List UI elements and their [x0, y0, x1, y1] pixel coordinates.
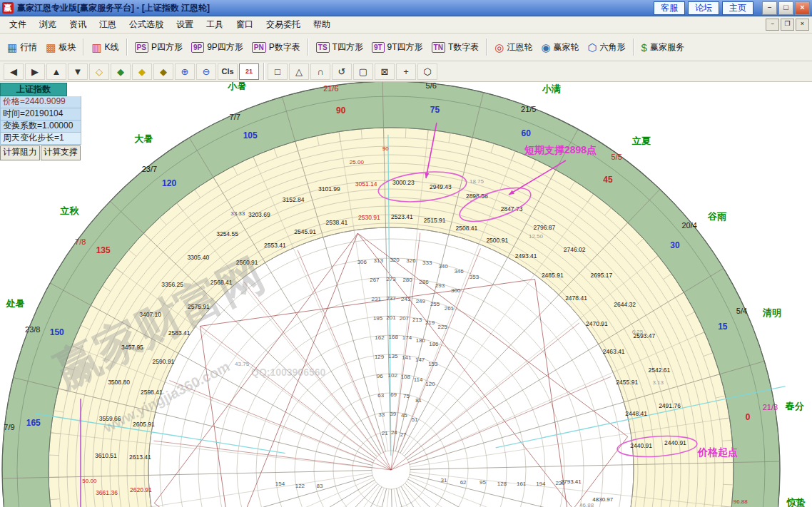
menu-设置[interactable]: 设置 [170, 16, 200, 33]
svg-text:128: 128 [497, 481, 507, 487]
draw-rotate-tool-button[interactable]: ↺ [332, 63, 352, 80]
draw-diamond-yellow-button[interactable]: ◇ [89, 63, 109, 80]
svg-text:0: 0 [746, 412, 751, 422]
svg-text:2530.91: 2530.91 [358, 214, 380, 221]
svg-text:3051.14: 3051.14 [355, 180, 377, 188]
draw-arc-tool-button[interactable]: ∩ [310, 63, 330, 80]
draw-delete-tool-button[interactable]: ⊠ [375, 63, 395, 80]
menu-浏览[interactable]: 浏览 [33, 16, 63, 33]
draw-zoom-in-button[interactable]: ⊕ [175, 63, 195, 80]
svg-text:195: 195 [373, 315, 383, 322]
p-square-label: P四方形 [151, 41, 183, 53]
svg-text:273: 273 [386, 276, 396, 282]
draw-diamond-green-button[interactable]: ◆ [111, 63, 131, 80]
svg-text:90: 90 [336, 106, 346, 116]
toolbar-p-square-button[interactable]: PSP四方形 [131, 39, 187, 56]
toolbar-t-number-table-button[interactable]: TNT数字表 [427, 39, 484, 56]
menu-江恩[interactable]: 江恩 [93, 16, 123, 33]
toolbar-separator [633, 39, 634, 56]
svg-text:31: 31 [441, 477, 447, 483]
toolbar-quotes-button[interactable]: ▦行情 [3, 39, 41, 56]
svg-text:313: 313 [373, 257, 383, 264]
draw-diamond-dark-button[interactable]: ◆ [153, 63, 173, 80]
draw-rect-tool-button[interactable]: □ [268, 63, 288, 80]
svg-text:300: 300 [451, 287, 461, 294]
toolbar-hexagon-button[interactable]: ⬡六角形 [583, 39, 629, 56]
svg-text:7/7: 7/7 [230, 113, 240, 121]
window-title: 赢家江恩专业版[赢家服务平台] - [上证指数 江恩轮] [17, 2, 210, 14]
gann-wheel-label: 江恩轮 [507, 41, 532, 53]
draw-diamond-gold-button[interactable]: ◆ [132, 63, 152, 80]
toolbar-p-number-table-button[interactable]: PNP数字表 [248, 39, 305, 56]
svg-text:186: 186 [429, 341, 439, 347]
toolbar-t-square-button[interactable]: TST四方形 [312, 39, 367, 56]
draw-triangle-tool-button[interactable]: △ [289, 63, 309, 80]
toolbar-sectors-button[interactable]: ▩板块 [41, 39, 80, 56]
menu-公式选股[interactable]: 公式选股 [123, 16, 170, 33]
titlebar-link-论坛[interactable]: 论坛 [688, 1, 719, 15]
svg-text:120: 120 [425, 381, 435, 387]
svg-text:2695.17: 2695.17 [591, 272, 613, 279]
minimize-button[interactable]: － [762, 1, 777, 15]
chart-area[interactable]: 赢家财富网www.yingjia360.comQQ:10039065602440… [0, 82, 812, 507]
svg-text:2560.91: 2560.91 [236, 259, 258, 266]
svg-text:83: 83 [317, 483, 323, 489]
draw-cls-button[interactable]: Cls [218, 63, 238, 80]
svg-text:150: 150 [50, 327, 64, 337]
draw-filter-button[interactable]: ▼ [68, 63, 88, 80]
hexagon-icon: ⬡ [587, 42, 597, 53]
svg-text:69: 69 [390, 391, 397, 398]
maximize-button[interactable]: □ [778, 1, 793, 15]
menu-文件[interactable]: 文件 [3, 16, 33, 33]
draw-back-button[interactable]: ◀ [4, 63, 24, 80]
toolbar-gann-wheel-button[interactable]: ◎江恩轮 [490, 39, 537, 56]
mdi-minimize-button[interactable]: － [766, 19, 779, 31]
draw-pointer-up-button[interactable]: ▲ [46, 63, 66, 80]
titlebar-link-主页[interactable]: 主页 [722, 1, 753, 15]
gann-wheel[interactable]: 赢家财富网www.yingjia360.comQQ:10039065602440… [0, 82, 812, 507]
panel-buttons: 计算阻力计算支撑 [0, 145, 81, 160]
close-button[interactable]: × [795, 1, 810, 15]
toolbar-winner-wheel-button[interactable]: ◉赢家轮 [537, 39, 583, 56]
svg-text:2568.41: 2568.41 [210, 279, 233, 286]
svg-text:2440.91: 2440.91 [630, 442, 652, 449]
winner-service-icon: $ [641, 42, 647, 53]
svg-text:243: 243 [401, 296, 411, 302]
quotes-label: 行情 [20, 41, 37, 53]
draw-move-tool-button[interactable]: + [396, 63, 416, 80]
mdi-restore-button[interactable]: ❐ [781, 19, 794, 31]
titlebar-link-客服[interactable]: 客服 [654, 1, 685, 15]
menu-工具[interactable]: 工具 [200, 16, 230, 33]
menu-窗口[interactable]: 窗口 [230, 16, 260, 33]
draw-zoom-out-button[interactable]: ⊖ [196, 63, 216, 80]
svg-text:46.88: 46.88 [579, 502, 594, 507]
panel-button-计算支撑[interactable]: 计算支撑 [41, 145, 81, 160]
svg-text:2440.91: 2440.91 [664, 439, 686, 446]
draw-select-tool-button[interactable]: ▢ [353, 63, 373, 80]
draw-forward-button[interactable]: ▶ [25, 63, 45, 80]
svg-text:237: 237 [386, 295, 396, 302]
toolbar-9t-square-button[interactable]: 9T9T四方形 [367, 39, 427, 56]
svg-text:2590.91: 2590.91 [153, 358, 175, 365]
toolbar-winner-service-button[interactable]: $赢家服务 [637, 39, 689, 56]
svg-text:194: 194 [536, 481, 546, 487]
svg-text:5/4: 5/4 [736, 307, 747, 315]
menu-帮助[interactable]: 帮助 [307, 16, 337, 33]
svg-text:135: 135 [96, 245, 111, 255]
svg-text:2493.41: 2493.41 [515, 252, 537, 260]
svg-text:3356.25: 3356.25 [161, 281, 183, 288]
draw-polygon-tool-button[interactable]: ⬡ [417, 63, 437, 80]
toolbar-9p-square-button[interactable]: 9P9P四方形 [187, 39, 248, 56]
menu-交易委托[interactable]: 交易委托 [260, 16, 307, 33]
mdi-close-button[interactable]: × [796, 19, 809, 31]
t-square-label: T四方形 [333, 41, 363, 53]
t-number-table-icon: TN [432, 42, 445, 53]
9p-square-label: 9P四方形 [207, 41, 243, 53]
panel-button-计算阻力[interactable]: 计算阻力 [0, 145, 40, 160]
toolbar-kline-button[interactable]: ▥K线 [87, 39, 123, 56]
menu-资讯[interactable]: 资讯 [63, 16, 93, 33]
draw-calendar-21-button[interactable]: 21 [239, 63, 259, 80]
annotation-text: 价格起点 [697, 446, 738, 458]
kline-label: K线 [105, 41, 119, 53]
toolbar-separator [308, 39, 309, 56]
